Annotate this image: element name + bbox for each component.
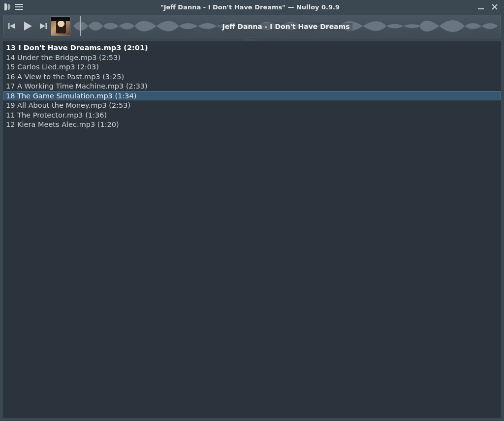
now-playing-label: Jeff Danna - I Don't Have Dreams: [219, 23, 352, 30]
app-icon: [3, 2, 12, 11]
playlist-item[interactable]: 18 The Game Simulation.mp3 (1:34): [3, 91, 501, 101]
app-window: "Jeff Danna - I Don't Have Dreams" — Nul…: [0, 0, 504, 421]
svg-rect-2: [15, 9, 23, 10]
play-button[interactable]: [19, 17, 36, 35]
svg-marker-7: [10, 23, 15, 29]
playlist-item[interactable]: 14 Under the Bridge.mp3 (2:53): [3, 53, 501, 62]
playlist-item[interactable]: 11 The Protector.mp3 (1:36): [3, 110, 501, 120]
waveform[interactable]: Jeff Danna - I Don't Have Dreams: [73, 16, 499, 36]
svg-marker-9: [40, 23, 45, 29]
playlist-item[interactable]: 13 I Don't Have Dreams.mp3 (2:01): [3, 43, 501, 53]
svg-rect-10: [46, 23, 47, 29]
svg-rect-0: [15, 4, 23, 5]
window-title: "Jeff Danna - I Don't Have Dreams" — Nul…: [27, 3, 473, 11]
playlist-item[interactable]: 17 A Working Time Machine.mp3 (2:33): [3, 81, 501, 91]
svg-rect-6: [8, 23, 10, 29]
next-button[interactable]: [36, 17, 50, 35]
playhead[interactable]: [80, 16, 81, 36]
previous-button[interactable]: [5, 17, 19, 35]
titlebar[interactable]: "Jeff Danna - I Don't Have Dreams" — Nul…: [0, 0, 504, 14]
playlist-item[interactable]: 16 A View to the Past.mp3 (3:25): [3, 72, 501, 82]
player-bar: Jeff Danna - I Don't Have Dreams: [3, 15, 501, 37]
playlist-item[interactable]: 15 Carlos Lied.mp3 (2:03): [3, 62, 501, 72]
album-art[interactable]: [51, 16, 70, 36]
hamburger-menu-icon[interactable]: [15, 2, 24, 11]
minimize-button[interactable]: [474, 2, 487, 12]
svg-rect-1: [15, 6, 23, 7]
svg-rect-3: [478, 8, 484, 9]
playlist[interactable]: 13 I Don't Have Dreams.mp3 (2:01)14 Unde…: [3, 41, 501, 418]
playlist-item[interactable]: 12 Kiera Meets Alec.mp3 (1:20): [3, 120, 501, 129]
playlist-item[interactable]: 19 All About the Money.mp3 (2:53): [3, 100, 501, 110]
svg-marker-8: [24, 22, 32, 30]
splitter-grip[interactable]: [0, 37, 504, 41]
close-button[interactable]: [488, 2, 501, 12]
